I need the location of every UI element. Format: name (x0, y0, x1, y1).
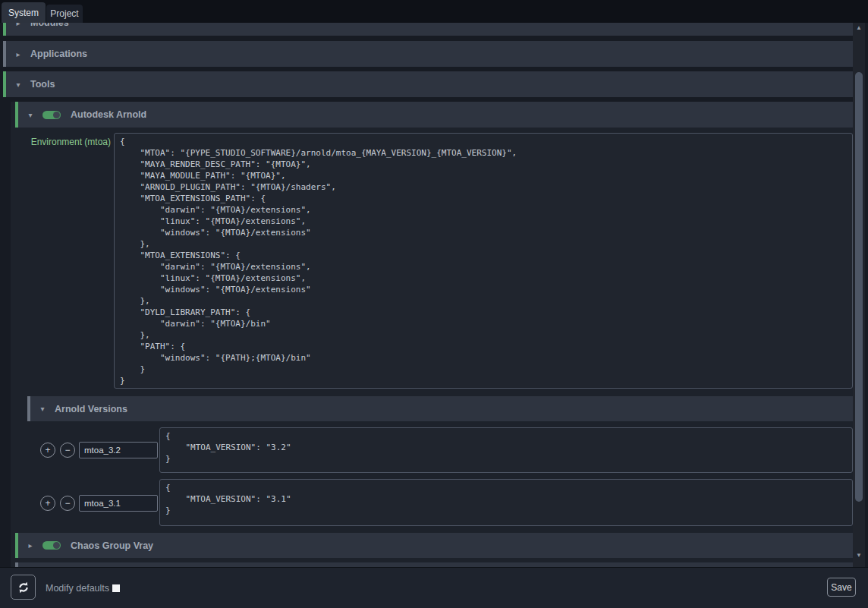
section-title-applications: Applications (30, 49, 87, 59)
section-header-modules[interactable]: ▸ Modules (3, 23, 853, 36)
vray-enabled-toggle[interactable] (42, 541, 61, 550)
section-title-tools: Tools (30, 79, 55, 90)
tab-project[interactable]: Project (46, 5, 83, 23)
tools-section-body: ▾ Autodesk Arnold Environment (mtoa) { "… (11, 102, 853, 567)
vertical-scrollbar[interactable]: ▲ ▼ (853, 23, 865, 567)
remove-version-button[interactable]: − (60, 496, 75, 511)
chevron-right-icon: ▸ (14, 23, 23, 27)
refresh-button[interactable] (11, 575, 36, 600)
modify-defaults-label: Modify defaults (46, 568, 109, 608)
section-header-applications[interactable]: ▸ Applications (3, 41, 853, 67)
chevron-down-icon: ▾ (14, 80, 23, 89)
scroll-up-icon[interactable]: ▲ (853, 23, 865, 33)
section-modules-clip: ▸ Modules (3, 23, 853, 36)
section-header-arnold-versions[interactable]: ▾ Arnold Versions (27, 396, 853, 421)
tab-system[interactable]: System (2, 2, 46, 23)
version-value-textarea[interactable]: { "MTOA_VERSION": "3.2" } (159, 427, 853, 473)
section-header-chaos-group-vray[interactable]: ▸ Chaos Group Vray (15, 533, 853, 558)
chevron-down-icon: ▾ (38, 405, 47, 413)
section-title-chaos-group-vray: Chaos Group Vray (71, 540, 153, 551)
add-version-button[interactable]: + (40, 496, 55, 511)
section-title-autodesk-arnold: Autodesk Arnold (71, 109, 146, 120)
refresh-icon (17, 581, 30, 594)
modify-defaults-checkbox[interactable] (112, 584, 120, 592)
arnold-enabled-toggle[interactable] (42, 111, 61, 119)
add-version-button[interactable]: + (40, 443, 55, 458)
section-title-modules: Modules (30, 23, 69, 28)
section-header-tools[interactable]: ▾ Tools (3, 71, 853, 97)
chevron-down-icon: ▾ (26, 111, 35, 119)
section-header-autodesk-arnold[interactable]: ▾ Autodesk Arnold (15, 102, 853, 128)
version-value-textarea[interactable]: { "MTOA_VERSION": "3.1" } (159, 479, 853, 526)
chevron-right-icon: ▸ (14, 50, 23, 58)
version-name-input[interactable] (79, 495, 158, 512)
remove-version-button[interactable]: − (60, 443, 75, 458)
save-button[interactable]: Save (827, 578, 856, 597)
footer-bar: Modify defaults Save (0, 567, 868, 608)
section-title-arnold-versions: Arnold Versions (55, 404, 127, 414)
environment-mtoa-label: Environment (mtoa) (11, 137, 111, 147)
scrollbar-thumb[interactable] (855, 72, 863, 502)
tab-bar: System Project (0, 0, 868, 23)
environment-mtoa-textarea[interactable]: { "MTOA": "{PYPE_STUDIO_SOFTWARE}/arnold… (114, 133, 853, 389)
scroll-down-icon[interactable]: ▼ (853, 550, 865, 561)
version-name-input[interactable] (79, 442, 158, 458)
chevron-right-icon: ▸ (26, 541, 35, 550)
